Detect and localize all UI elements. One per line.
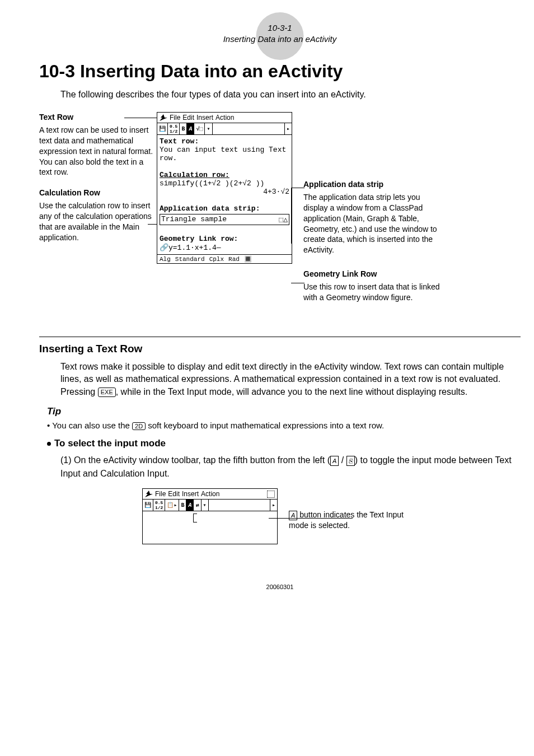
footer-date: 20060301 — [39, 584, 521, 590]
math-icon: √⬚ — [194, 123, 205, 134]
classpad-screen-2: File Edit Insert Action 💾 0.51/2 📋▸ B A … — [142, 488, 278, 544]
text-mode-icon: A — [186, 500, 194, 511]
menu-file: File — [170, 114, 180, 122]
bold-icon: B — [179, 500, 186, 511]
step-1: (1) On the eActivity window toolbar, tap… — [60, 454, 521, 480]
calcrow-desc: Use the calculation row to insert any of… — [39, 200, 157, 243]
menu-action: Action — [201, 490, 219, 498]
battery-icon: 🔳 — [244, 255, 252, 263]
header-page-number: 10-3-1 — [39, 22, 521, 34]
section2-heading: Inserting a Text Row — [39, 343, 521, 355]
dropdown-icon: ▾ — [205, 123, 212, 134]
text-mode-a-icon: A — [330, 456, 339, 466]
scroll-right-icon: ▸ — [284, 123, 292, 134]
save-icon: 💾 — [157, 123, 168, 134]
status-standard: Standard — [175, 256, 205, 263]
classpad-screen-1: File Edit Insert Action 💾 0.51/2 B A √⬚ … — [157, 112, 292, 264]
text-mode-a-icon: A — [289, 511, 297, 520]
screen-geo-link-body: y=1.1·x+1.4 — [168, 244, 217, 252]
toolbar-1: 💾 0.51/2 B A √⬚ ▾ ▸ — [157, 123, 292, 135]
menu-edit: Edit — [182, 114, 194, 122]
screen-calc-row-result: 4+3·√2 — [160, 188, 289, 196]
casio-logo-icon — [145, 491, 153, 497]
calcrow-heading: Calculation Row — [39, 188, 157, 198]
header-subtitle: Inserting Data into an eActivity — [39, 34, 521, 45]
page-header: 10-3-1 Inserting Data into an eActivity — [39, 22, 521, 44]
text-cursor — [193, 514, 197, 522]
screen-app-strip-body: Triangle sample — [161, 215, 227, 224]
screen-calc-row-body: simplify((1+√2 )(2+√2 )) — [160, 179, 289, 188]
calc-mode-icon: ⎘ — [346, 456, 355, 466]
geometry-icon: ⬚△ — [279, 215, 288, 224]
menu-edit: Edit — [168, 490, 180, 498]
screen-geo-link-h: Geometry Link row: — [160, 235, 289, 243]
screen-app-strip-h: Application data strip: — [160, 204, 289, 213]
appstrip-desc: The application data strip lets you disp… — [303, 192, 443, 255]
screen-text-row-body: You can input text using Text row. — [160, 146, 289, 162]
menu-file: File — [155, 490, 166, 498]
toolbar-2: 💾 0.51/2 📋▸ B A ⇄ ▾ ▸ — [143, 500, 277, 511]
casio-logo-icon — [160, 114, 167, 121]
geolink-heading: Geometry Link Row — [303, 269, 443, 279]
link-icon: 🔗 — [160, 244, 168, 252]
scroll-right-icon: ▸ — [270, 500, 277, 511]
menu-insert: Insert — [182, 490, 199, 498]
exe-key-icon: EXE — [98, 388, 116, 397]
status-alg: Alg — [160, 256, 171, 263]
text-mode-icon: A — [187, 123, 194, 134]
tip-heading: Tip — [47, 406, 521, 417]
window-icon — [267, 491, 275, 498]
tip-bullet: • You can also use the 2D soft keyboard … — [47, 421, 521, 430]
status-rad: Rad — [228, 256, 240, 263]
geolink-desc: Use this row to insert data that is link… — [303, 282, 443, 303]
menu-insert: Insert — [196, 114, 213, 122]
screen2-note: A button indicates the Text Input mode i… — [289, 510, 418, 531]
subsection-heading: To select the input mode — [47, 438, 521, 449]
appstrip-heading: Application data strip — [303, 179, 443, 190]
screen-text-row-h: Text row: — [160, 137, 289, 146]
bold-icon: B — [180, 123, 187, 134]
menu-action: Action — [216, 114, 234, 122]
fraction-icon: 0.51/2 — [168, 123, 180, 134]
screen-calc-row-h: Calculation row: — [160, 171, 289, 179]
intro-text: The following describes the four types o… — [60, 90, 521, 100]
paste-icon: 📋▸ — [165, 500, 179, 511]
arrow-icon: ⇄ — [194, 500, 201, 511]
fraction-icon: 0.51/2 — [153, 500, 165, 511]
2d-key-icon: 2D — [132, 422, 146, 430]
textrow-desc: A text row can be used to insert text da… — [39, 125, 157, 178]
status-cplx: Cplx — [209, 256, 224, 263]
dropdown-icon: ▾ — [202, 500, 209, 511]
save-icon: 💾 — [143, 500, 153, 511]
section2-body: Text rows make it possible to display an… — [60, 361, 521, 398]
section-title: 10-3 Inserting Data into an eActivity — [39, 61, 521, 82]
